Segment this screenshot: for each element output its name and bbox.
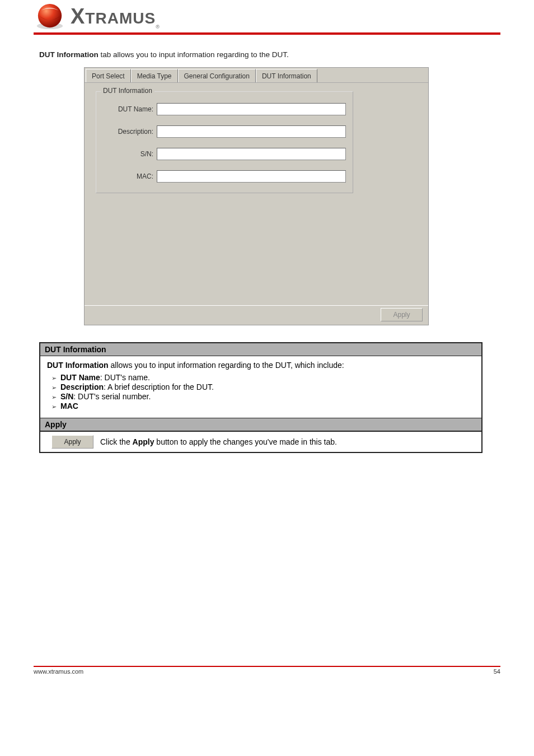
logo-text: XTRAMUS® [71, 4, 160, 30]
description-label: Description: [103, 128, 153, 136]
bullet-dut-name: ➢ DUT Name: DUT's name. [47, 373, 475, 382]
field-description: Description: [103, 125, 346, 138]
bullet-sn: ➢ S/N: DUT's serial number. [47, 392, 475, 401]
dut-name-label: DUT Name: [103, 105, 153, 113]
page-footer: www.xtramus.com 54 [0, 666, 534, 675]
desc-header: DUT Information [40, 343, 481, 356]
tab-dut-information[interactable]: DUT Information [256, 69, 317, 82]
apply-section-header: Apply [40, 418, 481, 431]
apply-row: Apply Click the Apply button to apply th… [40, 431, 481, 452]
page-header: XTRAMUS® [0, 0, 534, 31]
dut-info-groupbox: DUT Information DUT Name: Description: S… [96, 91, 353, 193]
desc-intro: DUT Information allows you to input info… [47, 361, 475, 370]
bullet-icon: ➢ [47, 402, 60, 410]
bullet-icon: ➢ [47, 373, 60, 382]
mac-input[interactable] [157, 170, 346, 183]
dut-name-input[interactable] [157, 103, 346, 115]
tab-general-config[interactable]: General Configuration [178, 69, 256, 82]
apply-bar: Apply [85, 305, 428, 325]
footer-divider [34, 666, 500, 667]
sn-input[interactable] [157, 148, 346, 160]
footer-url: www.xtramus.com [34, 668, 83, 675]
bullet-icon: ➢ [47, 382, 60, 391]
desc-body: DUT Information allows you to input info… [40, 356, 481, 418]
apply-button[interactable]: Apply [381, 308, 423, 321]
tab-body: DUT Information DUT Name: Description: S… [85, 83, 428, 305]
svg-point-1 [38, 4, 62, 27]
description-input[interactable] [157, 125, 346, 138]
bullet-mac: ➢ MAC [47, 402, 475, 410]
tab-strip: Port Select Media Type General Configura… [85, 68, 428, 83]
header-divider [34, 32, 500, 35]
field-mac: MAC: [103, 170, 346, 183]
page-number: 54 [494, 668, 500, 675]
mac-label: MAC: [103, 172, 153, 180]
logo: XTRAMUS® [34, 3, 500, 31]
apply-description: Click the Apply button to apply the chan… [100, 437, 337, 446]
apply-button-doc[interactable]: Apply [51, 435, 93, 449]
bullet-icon: ➢ [47, 392, 60, 401]
bullet-description: ➢ Description: A brief description for t… [47, 382, 475, 391]
tab-media-type[interactable]: Media Type [131, 69, 178, 82]
groupbox-legend: DUT Information [101, 87, 154, 95]
field-sn: S/N: [103, 148, 346, 160]
intro-text: DUT Information tab allows you to input … [39, 50, 495, 59]
sn-label: S/N: [103, 150, 153, 158]
tab-port-select[interactable]: Port Select [86, 69, 131, 82]
field-dut-name: DUT Name: [103, 103, 346, 115]
logo-sphere-icon [34, 3, 66, 31]
description-table: DUT Information DUT Information allows y… [39, 342, 483, 453]
config-window: Port Select Media Type General Configura… [84, 67, 429, 325]
